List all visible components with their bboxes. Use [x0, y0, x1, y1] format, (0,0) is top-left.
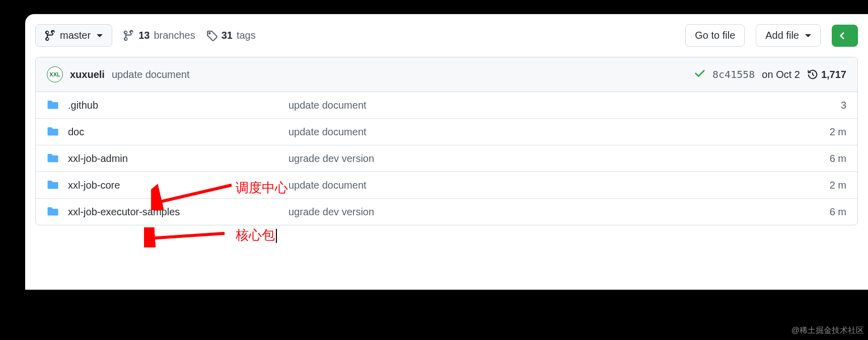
git-branch-icon	[45, 30, 56, 41]
tags-word: tags	[237, 30, 256, 41]
branch-name: master	[60, 30, 91, 41]
table-row[interactable]: xxl-job-admin ugrade dev version 6 m	[36, 145, 857, 172]
svg-point-0	[208, 32, 210, 34]
commits-count: 1,717	[821, 69, 846, 80]
caret-down-icon	[97, 34, 103, 37]
file-name[interactable]: xxl-job-admin	[68, 153, 279, 164]
avatar[interactable]: XXL	[47, 66, 63, 82]
file-name[interactable]: xxl-job-core	[68, 180, 279, 191]
row-age: 2 m	[830, 126, 846, 138]
code-icon	[839, 30, 850, 41]
row-age: 2 m	[830, 180, 846, 191]
row-commit-message[interactable]: update document	[288, 126, 671, 138]
commit-message[interactable]: update document	[112, 69, 190, 80]
repo-toolbar: master 13 branches 31 tags Go to file Ad…	[25, 14, 868, 57]
add-file-button[interactable]: Add file	[756, 24, 821, 47]
branches-count: 13	[138, 30, 150, 41]
table-row[interactable]: doc update document 2 m	[36, 119, 857, 145]
watermark: @稀土掘金技术社区	[791, 325, 864, 336]
table-row[interactable]: .github update document 3	[36, 92, 857, 119]
commit-date[interactable]: on Oct 2	[762, 69, 800, 80]
tag-icon	[206, 30, 218, 41]
folder-icon	[47, 152, 59, 164]
go-to-file-button[interactable]: Go to file	[685, 24, 745, 47]
row-commit-message[interactable]: ugrade dev version	[288, 206, 671, 218]
repo-file-panel: master 13 branches 31 tags Go to file Ad…	[25, 14, 868, 290]
row-age: 3	[841, 100, 846, 111]
file-listing-box: XXL xuxueli update document 8c41558 on O…	[35, 57, 858, 225]
branches-link[interactable]: 13 branches	[123, 30, 195, 41]
folder-icon	[47, 179, 59, 191]
folder-icon	[47, 126, 59, 138]
commit-sha[interactable]: 8c41558	[712, 68, 755, 80]
git-branch-icon	[123, 30, 134, 41]
commits-history-link[interactable]: 1,717	[807, 69, 846, 80]
table-row[interactable]: xxl-job-core update document 2 m	[36, 172, 857, 199]
file-name[interactable]: doc	[68, 126, 279, 138]
caret-down-icon	[805, 34, 811, 37]
row-age: 6 m	[830, 153, 846, 164]
branch-select-button[interactable]: master	[35, 24, 112, 47]
tags-count: 31	[222, 30, 233, 41]
code-download-button[interactable]	[832, 25, 858, 47]
latest-commit-summary: XXL xuxueli update document 8c41558 on O…	[36, 57, 857, 92]
file-name[interactable]: .github	[68, 100, 279, 111]
folder-icon	[47, 99, 59, 111]
folder-icon	[47, 206, 59, 218]
check-icon[interactable]	[694, 68, 705, 81]
table-row[interactable]: xxl-job-executor-samples ugrade dev vers…	[36, 199, 857, 225]
history-icon	[807, 69, 818, 80]
row-commit-message[interactable]: ugrade dev version	[288, 153, 671, 164]
tags-link[interactable]: 31 tags	[206, 30, 256, 41]
branches-word: branches	[154, 30, 195, 41]
commit-author[interactable]: xuxueli	[70, 69, 105, 80]
file-name[interactable]: xxl-job-executor-samples	[68, 206, 279, 218]
row-commit-message[interactable]: update document	[288, 100, 671, 111]
row-commit-message[interactable]: update document	[288, 180, 671, 191]
row-age: 6 m	[830, 206, 846, 218]
